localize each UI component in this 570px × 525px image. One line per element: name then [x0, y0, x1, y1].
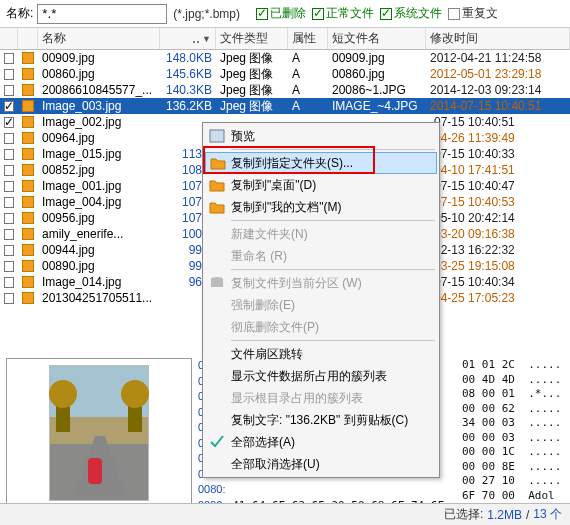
table-row[interactable]: Image_003.jpg136.2KBJpeg 图像AIMAGE_~4.JPG… — [0, 98, 570, 114]
row-checkbox[interactable] — [4, 261, 14, 272]
row-checkbox[interactable] — [4, 229, 14, 240]
menu-item-label: 文件扇区跳转 — [231, 346, 303, 363]
col-icon — [18, 28, 38, 49]
chk-system[interactable]: 系统文件 — [380, 5, 442, 22]
menu-item: 显示根目录占用的簇列表 — [205, 387, 437, 409]
file-date: -07-15 10:40:33 — [426, 147, 570, 161]
col-size[interactable]: ‥▼ — [160, 28, 216, 49]
menu-item-label: 全部取消选择(U) — [231, 456, 320, 473]
file-shortname: 20086~1.JPG — [328, 83, 426, 97]
file-date: -04-10 17:41:51 — [426, 163, 570, 177]
row-checkbox[interactable] — [4, 197, 14, 208]
row-checkbox[interactable] — [4, 293, 14, 304]
col-shortname[interactable]: 短文件名 — [328, 28, 426, 49]
menu-item[interactable]: 复制到"桌面"(D) — [205, 174, 437, 196]
menu-item[interactable]: 全部选择(A) — [205, 431, 437, 453]
preview-icon — [209, 128, 225, 144]
file-date: 2012-04-21 11:24:58 — [426, 51, 570, 65]
preview-pane — [6, 358, 192, 508]
file-name: Image_015.jpg — [38, 147, 160, 161]
file-shortname: 00909.jpg — [328, 51, 426, 65]
file-icon — [22, 116, 34, 128]
name-filter-input[interactable] — [37, 4, 167, 24]
table-row[interactable]: 20086610845577_...140.3KBJpeg 图像A20086~1… — [0, 82, 570, 98]
file-date: -07-15 10:40:47 — [426, 179, 570, 193]
menu-item[interactable]: 显示文件数据所占用的簇列表 — [205, 365, 437, 387]
file-attr: A — [288, 99, 328, 113]
file-size: 145.6KB — [160, 67, 216, 81]
row-checkbox[interactable] — [4, 165, 14, 176]
menu-item[interactable]: 复制到"我的文档"(M) — [205, 196, 437, 218]
menu-separator — [231, 340, 435, 341]
file-name: 00852.jpg — [38, 163, 160, 177]
col-type[interactable]: 文件类型 — [216, 28, 288, 49]
file-date: -05-10 20:42:14 — [426, 211, 570, 225]
menu-item[interactable]: 复制到指定文件夹(S)... — [205, 152, 437, 174]
col-name[interactable]: 名称 — [38, 28, 160, 49]
file-shortname: IMAGE_~4.JPG — [328, 99, 426, 113]
filter-checks: 已删除 正常文件 系统文件 重复文 — [256, 5, 498, 22]
folder-icon — [209, 199, 225, 215]
file-type: Jpeg 图像 — [216, 66, 288, 83]
file-icon — [22, 196, 34, 208]
file-date: -07-15 10:40:51 — [426, 115, 570, 129]
file-type: Jpeg 图像 — [216, 98, 288, 115]
row-checkbox[interactable] — [4, 53, 14, 64]
row-checkbox[interactable] — [4, 69, 14, 80]
menu-separator — [231, 220, 435, 221]
row-checkbox[interactable] — [4, 181, 14, 192]
row-checkbox[interactable] — [4, 213, 14, 224]
file-size: 140.3KB — [160, 83, 216, 97]
file-name: 00956.jpg — [38, 211, 160, 225]
file-attr: A — [288, 67, 328, 81]
file-name: 201304251705511... — [38, 291, 160, 305]
file-name: 00860.jpg — [38, 67, 160, 81]
checkbox-icon — [256, 8, 268, 20]
row-checkbox[interactable] — [4, 149, 14, 160]
menu-item-label: 强制删除(E) — [231, 297, 295, 314]
file-icon — [22, 132, 34, 144]
row-checkbox[interactable] — [4, 133, 14, 144]
col-check[interactable] — [0, 28, 18, 49]
file-icon — [22, 260, 34, 272]
file-icon — [22, 212, 34, 224]
file-name: Image_002.jpg — [38, 115, 160, 129]
file-icon — [22, 68, 34, 80]
table-row[interactable]: 00860.jpg145.6KBJpeg 图像A00860.jpg2012-05… — [0, 66, 570, 82]
row-checkbox[interactable] — [4, 101, 14, 112]
menu-item-label: 复制到指定文件夹(S)... — [231, 155, 353, 172]
file-icon — [22, 180, 34, 192]
table-row[interactable]: 00909.jpg148.0KBJpeg 图像A00909.jpg2012-04… — [0, 50, 570, 66]
menu-item[interactable]: 复制文字: "136.2KB" 到剪贴板(C) — [205, 409, 437, 431]
file-icon — [22, 244, 34, 256]
menu-item[interactable]: 预览 — [205, 125, 437, 147]
menu-item-label: 显示文件数据所占用的簇列表 — [231, 368, 387, 385]
menu-item[interactable]: 文件扇区跳转 — [205, 343, 437, 365]
file-date: -07-15 10:40:53 — [426, 195, 570, 209]
chk-duplicate[interactable]: 重复文 — [448, 5, 498, 22]
file-attr: A — [288, 83, 328, 97]
name-label: 名称: — [6, 5, 33, 22]
folder-icon — [209, 177, 225, 193]
menu-item-label: 彻底删除文件(P) — [231, 319, 319, 336]
row-checkbox[interactable] — [4, 85, 14, 96]
menu-item-label: 重命名 (R) — [231, 248, 287, 265]
file-name: Image_003.jpg — [38, 99, 160, 113]
file-size: 136.2KB — [160, 99, 216, 113]
row-checkbox[interactable] — [4, 245, 14, 256]
row-checkbox[interactable] — [4, 277, 14, 288]
menu-item: 强制删除(E) — [205, 294, 437, 316]
menu-item[interactable]: 全部取消选择(U) — [205, 453, 437, 475]
row-checkbox[interactable] — [4, 117, 14, 128]
col-attr[interactable]: 属性 — [288, 28, 328, 49]
col-date[interactable]: 修改时间 — [426, 28, 570, 49]
chk-deleted[interactable]: 已删除 — [256, 5, 306, 22]
file-icon — [22, 52, 34, 64]
ext-text: (*.jpg;*.bmp) — [173, 7, 240, 21]
file-icon — [22, 100, 34, 112]
file-date: 2014-07-15 10:40:51 — [426, 99, 570, 113]
menu-item-label: 显示根目录占用的簇列表 — [231, 390, 363, 407]
chk-normal[interactable]: 正常文件 — [312, 5, 374, 22]
menu-item: 重命名 (R) — [205, 245, 437, 267]
file-icon — [22, 292, 34, 304]
